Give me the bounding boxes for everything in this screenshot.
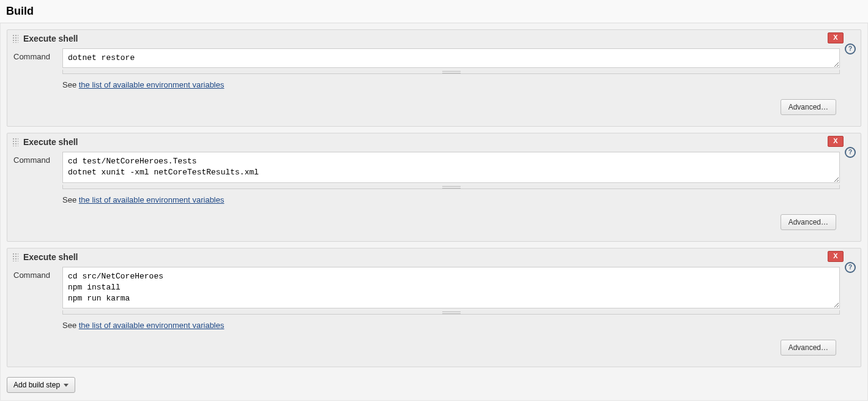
command-label: Command — [13, 152, 62, 165]
env-vars-link[interactable]: the list of available environment variab… — [79, 80, 224, 89]
command-input[interactable] — [62, 152, 840, 182]
help-prefix: See — [62, 195, 79, 204]
drag-handle-icon[interactable] — [12, 253, 18, 261]
command-label: Command — [13, 48, 62, 61]
resize-handle[interactable] — [62, 70, 840, 74]
build-step: X ? Execute shell Command See the list o… — [7, 248, 861, 368]
drag-handle-icon[interactable] — [12, 138, 18, 146]
build-section: X ? Execute shell Command See the list o… — [0, 23, 868, 401]
advanced-button[interactable]: Advanced… — [781, 214, 836, 230]
command-label: Command — [13, 267, 62, 280]
help-icon[interactable]: ? — [845, 262, 856, 273]
env-vars-help: See the list of available environment va… — [62, 80, 855, 89]
step-title: Execute shell — [23, 34, 78, 43]
build-step: X ? Execute shell Command See the list o… — [7, 29, 861, 127]
build-step: X ? Execute shell Command See the list o… — [7, 133, 861, 241]
command-input[interactable] — [62, 267, 840, 309]
step-title: Execute shell — [23, 137, 78, 147]
add-build-step-label: Add build step — [13, 381, 60, 389]
step-title: Execute shell — [23, 252, 78, 262]
help-prefix: See — [62, 80, 79, 89]
help-icon[interactable]: ? — [845, 43, 856, 54]
drag-handle-icon[interactable] — [12, 34, 18, 43]
help-prefix: See — [62, 321, 79, 330]
dropdown-arrow-icon — [64, 384, 69, 387]
advanced-button[interactable]: Advanced… — [781, 99, 836, 115]
advanced-button[interactable]: Advanced… — [781, 340, 836, 356]
env-vars-help: See the list of available environment va… — [62, 321, 855, 330]
section-title: Build — [0, 0, 868, 23]
delete-step-button[interactable]: X — [828, 32, 844, 43]
add-build-step-button[interactable]: Add build step — [7, 377, 75, 393]
step-header: Execute shell — [7, 133, 861, 149]
env-vars-help: See the list of available environment va… — [62, 195, 855, 204]
step-header: Execute shell — [7, 30, 861, 46]
resize-handle[interactable] — [62, 185, 840, 189]
step-header: Execute shell — [7, 248, 861, 264]
env-vars-link[interactable]: the list of available environment variab… — [79, 195, 224, 204]
resize-handle[interactable] — [62, 310, 840, 315]
command-input[interactable] — [62, 48, 840, 68]
delete-step-button[interactable]: X — [828, 136, 844, 147]
delete-step-button[interactable]: X — [828, 251, 844, 262]
env-vars-link[interactable]: the list of available environment variab… — [79, 321, 224, 330]
